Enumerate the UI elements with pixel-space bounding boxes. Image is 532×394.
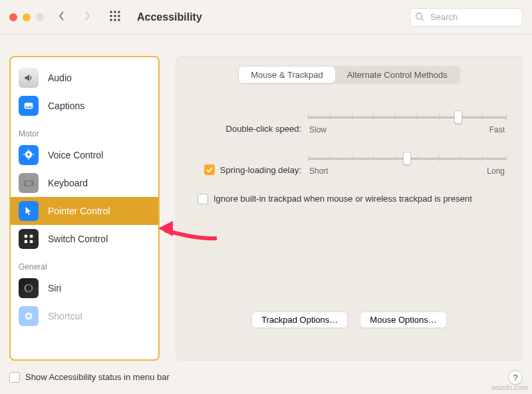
spring-loading-delay-slider[interactable]: [308, 152, 506, 165]
status-menubar-label: Show Accessibility status in menu bar: [25, 371, 170, 383]
siri-icon: [19, 278, 39, 298]
sidebar: Audio Captions Motor Voice Control Keybo…: [9, 56, 160, 361]
sidebar-item-label: Audio: [48, 73, 72, 83]
svg-rect-22: [30, 235, 33, 238]
svg-point-5: [118, 15, 120, 17]
svg-point-4: [114, 15, 116, 17]
svg-point-1: [114, 11, 116, 13]
sidebar-item-voice-control[interactable]: Voice Control: [11, 141, 158, 169]
sidebar-item-label: Siri: [48, 283, 61, 294]
tab-alternate-methods[interactable]: Alternate Control Methods: [335, 67, 460, 83]
ignore-trackpad-checkbox[interactable]: [198, 194, 208, 204]
svg-point-9: [416, 13, 422, 19]
window-title: Accessibility: [137, 11, 202, 23]
watermark: wsxdn.com: [491, 383, 528, 391]
spring-loading-checkbox[interactable]: [204, 164, 215, 175]
svg-rect-16: [25, 182, 27, 182]
svg-point-14: [27, 153, 30, 156]
sidebar-item-label: Switch Control: [48, 234, 108, 244]
keyboard-icon: [19, 173, 39, 193]
svg-point-6: [110, 19, 112, 21]
annotation-arrow: [158, 218, 218, 248]
svg-rect-17: [27, 182, 28, 182]
forward-button[interactable]: [82, 11, 92, 24]
svg-point-0: [110, 11, 112, 13]
svg-rect-11: [26, 106, 29, 108]
spring-loading-label: Spring-loading delay:: [220, 165, 301, 175]
ignore-trackpad-label: Ignore built-in trackpad when mouse or w…: [213, 193, 472, 205]
back-button[interactable]: [57, 11, 66, 24]
double-click-speed-label: Double-click speed:: [192, 124, 308, 134]
window-controls: [9, 13, 44, 21]
svg-point-2: [118, 11, 120, 13]
audio-icon: [19, 68, 39, 88]
sidebar-item-captions[interactable]: Captions: [11, 92, 158, 120]
close-window-button[interactable]: [9, 13, 17, 21]
slider-min-label: Slow: [309, 125, 327, 134]
svg-rect-10: [25, 103, 33, 109]
sidebar-item-label: Voice Control: [48, 150, 103, 160]
search-input[interactable]: [410, 8, 523, 27]
svg-point-7: [114, 19, 116, 21]
shortcut-icon: [19, 306, 39, 326]
voice-control-icon: [19, 145, 39, 165]
svg-rect-23: [25, 240, 28, 244]
svg-rect-15: [24, 180, 33, 186]
settings-panel: Mouse & Trackpad Alternate Control Metho…: [176, 56, 523, 361]
sidebar-item-keyboard[interactable]: Keyboard: [11, 169, 158, 197]
mouse-options-button[interactable]: Mouse Options…: [360, 311, 446, 328]
double-click-speed-slider[interactable]: [308, 110, 506, 124]
status-menubar-checkbox[interactable]: [9, 372, 20, 383]
tab-group: Mouse & Trackpad Alternate Control Metho…: [238, 66, 460, 84]
minimize-window-button[interactable]: [23, 13, 31, 21]
sidebar-item-audio[interactable]: Audio: [11, 64, 158, 92]
sidebar-item-label: Pointer Control: [48, 206, 110, 216]
sidebar-item-shortcut[interactable]: Shortcut: [11, 302, 158, 330]
sidebar-item-switch-control[interactable]: Switch Control: [11, 225, 158, 253]
svg-point-25: [25, 285, 33, 292]
slider-max-label: Fast: [489, 125, 505, 134]
sidebar-item-label: Keyboard: [48, 178, 88, 188]
help-button[interactable]: ?: [508, 370, 523, 385]
maximize-window-button: [36, 13, 44, 21]
svg-rect-21: [25, 235, 28, 238]
svg-rect-20: [26, 184, 31, 184]
svg-rect-18: [29, 182, 30, 182]
section-motor-label: Motor: [11, 120, 158, 141]
switch-control-icon: [19, 229, 39, 249]
slider-min-label: Short: [309, 166, 329, 176]
section-general-label: General: [11, 253, 158, 274]
show-all-button[interactable]: [109, 10, 121, 25]
sidebar-item-label: Captions: [48, 100, 84, 111]
sidebar-item-pointer-control[interactable]: Pointer Control: [11, 197, 158, 225]
trackpad-options-button[interactable]: Trackpad Options…: [251, 311, 348, 328]
svg-rect-12: [29, 106, 32, 108]
slider-max-label: Long: [487, 166, 505, 176]
captions-icon: [19, 96, 39, 116]
search-icon: [415, 12, 424, 21]
tab-mouse-trackpad[interactable]: Mouse & Trackpad: [239, 67, 334, 83]
svg-point-3: [110, 15, 112, 17]
svg-point-8: [118, 19, 120, 21]
svg-rect-19: [31, 182, 32, 182]
pointer-control-icon: [19, 201, 39, 221]
sidebar-item-label: Shortcut: [48, 311, 82, 321]
svg-rect-24: [30, 240, 33, 244]
sidebar-item-siri[interactable]: Siri: [11, 274, 158, 302]
